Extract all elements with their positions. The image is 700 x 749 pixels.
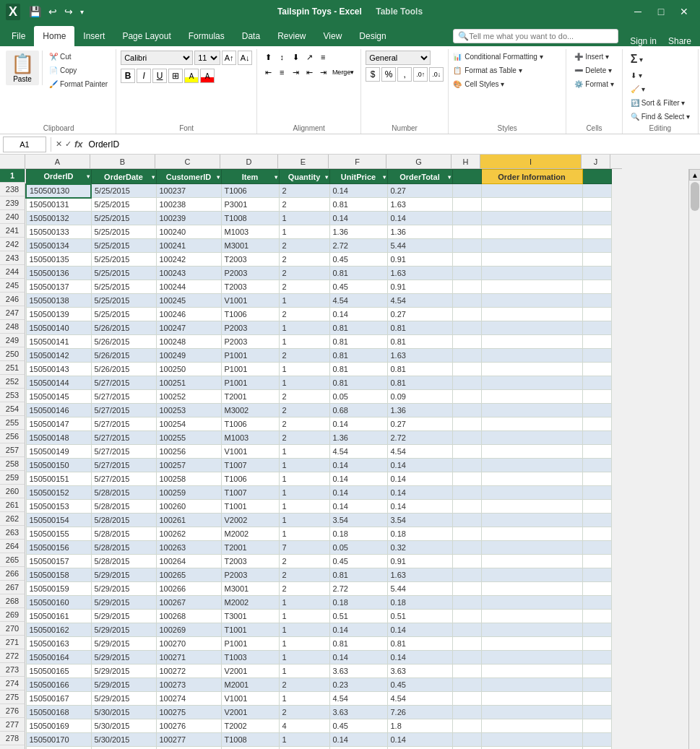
table-cell[interactable] [481,212,582,225]
border-button[interactable]: ⊞ [168,69,183,83]
table-cell[interactable]: 0.91 [387,280,452,294]
table-cell[interactable]: 2 [279,280,329,294]
table-row[interactable]: 1505001645/29/2015100271T100310.140.14 [26,651,611,664]
format-as-table-button[interactable]: 📋 Format as Table ▾ [449,64,565,77]
table-cell[interactable]: 0.51 [387,610,452,623]
table-cell[interactable]: 3.63 [329,664,387,678]
table-cell[interactable]: 150500153 [26,500,91,514]
table-cell[interactable] [481,664,582,678]
table-cell[interactable]: 1.63 [387,198,452,212]
table-cell[interactable]: 0.23 [329,678,387,692]
table-cell[interactable]: 0.14 [329,459,387,472]
table-cell[interactable]: 5/26/2015 [91,321,156,335]
table-cell[interactable]: 150500145 [26,390,91,404]
table-cell[interactable]: 150500155 [26,527,91,541]
table-cell[interactable]: 150500163 [26,637,91,651]
format-cells-button[interactable]: ⚙️ Format ▾ [571,78,617,90]
table-cell[interactable]: 150500148 [26,431,91,445]
col-header-h[interactable]: H [451,155,480,169]
table-cell[interactable] [582,212,611,225]
table-cell[interactable] [582,692,611,706]
table-cell[interactable] [481,514,582,527]
table-row[interactable]: 1505001555/28/2015100262M200210.180.18 [26,527,611,541]
table-cell[interactable] [481,527,582,541]
table-cell[interactable]: 0.91 [387,253,452,267]
table-cell[interactable]: M3001 [221,582,279,596]
table-cell[interactable] [481,733,582,747]
table-cell[interactable]: 100252 [156,390,221,404]
table-cell[interactable]: 100268 [156,610,221,623]
table-cell[interactable]: T1008 [221,212,279,225]
conditional-formatting-button[interactable]: 📊 Conditional Formatting ▾ [449,51,565,63]
table-cell[interactable]: 5/27/2015 [91,404,156,417]
table-cell[interactable]: 5/25/2015 [91,198,156,212]
table-cell[interactable]: T1001 [221,500,279,514]
table-cell[interactable]: 5/26/2015 [91,363,156,376]
col-header-orderid[interactable]: OrderID ▾ [26,170,91,184]
table-cell[interactable]: 150500143 [26,363,91,376]
table-cell[interactable]: 1 [279,651,329,664]
table-cell[interactable]: 0.14 [387,651,452,664]
table-cell[interactable]: 100260 [156,500,221,514]
col-header-unitprice[interactable]: UnitPrice ▾ [329,170,387,184]
table-cell[interactable]: 150500157 [26,555,91,568]
table-row[interactable]: 1505001495/27/2015100256V100114.544.54 [26,445,611,459]
table-cell[interactable]: 5/29/2015 [91,596,156,610]
table-cell[interactable]: 5/27/2015 [91,472,156,486]
table-cell[interactable]: 5/29/2015 [91,568,156,582]
table-row[interactable]: 1505001355/25/2015100242T200320.450.91 [26,253,611,267]
table-cell[interactable]: 150500168 [26,706,91,719]
filter-arrow-ordertotal[interactable]: ▾ [448,173,451,180]
table-cell[interactable] [452,417,481,431]
table-cell[interactable] [582,541,611,555]
table-cell[interactable]: 0.81 [329,568,387,582]
table-cell[interactable]: 1 [279,225,329,239]
vertical-scroll-thumb[interactable] [691,182,699,211]
table-cell[interactable]: 0.18 [387,596,452,610]
table-cell[interactable]: 150500141 [26,335,91,349]
table-cell[interactable]: 1 [279,294,329,308]
table-cell[interactable]: 0.14 [329,212,387,225]
table-cell[interactable]: 7 [279,541,329,555]
table-row[interactable]: 1505001475/27/2015100254T100620.140.27 [26,417,611,431]
table-cell[interactable] [582,404,611,417]
table-cell[interactable]: 100261 [156,514,221,527]
auto-sum-button[interactable]: Σ ▾ [627,51,693,68]
table-cell[interactable]: 0.45 [329,719,387,733]
table-cell[interactable]: 2 [279,404,329,417]
table-cell[interactable] [481,253,582,267]
minimize-button[interactable]: ─ [628,4,648,20]
table-cell[interactable]: V2001 [221,664,279,678]
sign-in-button[interactable]: Sign in [624,36,662,46]
table-cell[interactable]: 100242 [156,253,221,267]
table-cell[interactable]: 5/27/2015 [91,431,156,445]
table-cell[interactable]: 1.63 [387,349,452,363]
table-cell[interactable]: 0.81 [329,637,387,651]
table-cell[interactable]: 0.14 [329,308,387,321]
table-cell[interactable]: M1003 [221,225,279,239]
table-row[interactable]: 1505001365/25/2015100243P200320.811.63 [26,267,611,280]
table-cell[interactable] [452,253,481,267]
table-cell[interactable]: 3.54 [329,514,387,527]
percent-button[interactable]: % [381,67,396,82]
table-cell[interactable]: 5/25/2015 [91,239,156,253]
table-row[interactable]: 1505001635/29/2015100270P100110.810.81 [26,637,611,651]
table-cell[interactable] [481,335,582,349]
table-cell[interactable]: 150500158 [26,568,91,582]
table-cell[interactable] [582,390,611,404]
table-row[interactable]: 1505001675/29/2015100274V100114.544.54 [26,692,611,706]
table-cell[interactable] [582,651,611,664]
table-cell[interactable]: 0.68 [329,404,387,417]
table-row[interactable]: 1505001535/28/2015100260T100110.140.14 [26,500,611,514]
table-cell[interactable]: 1 [279,212,329,225]
table-cell[interactable]: T2003 [221,555,279,568]
table-row[interactable]: 1505001545/28/2015100261V200213.543.54 [26,514,611,527]
table-cell[interactable]: P1001 [221,363,279,376]
table-cell[interactable] [452,541,481,555]
table-cell[interactable]: P2003 [221,335,279,349]
table-cell[interactable] [582,527,611,541]
table-cell[interactable]: 0.14 [329,623,387,637]
table-cell[interactable]: 5/28/2015 [91,541,156,555]
table-cell[interactable]: 100275 [156,706,221,719]
table-cell[interactable] [452,582,481,596]
